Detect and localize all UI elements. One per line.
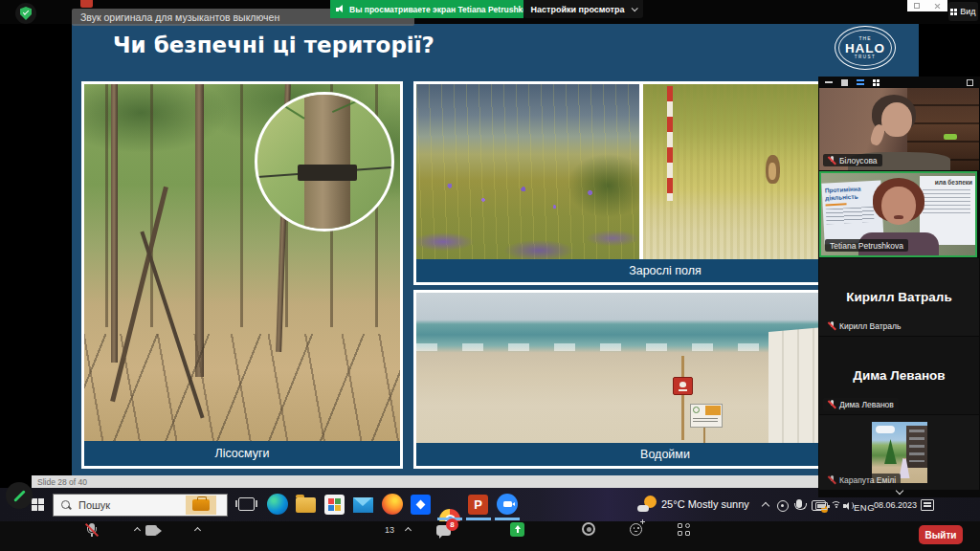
tray-app-icon[interactable] bbox=[777, 500, 789, 512]
taskbar-search-box[interactable]: Пошук bbox=[53, 494, 228, 517]
speaker-icon bbox=[336, 5, 345, 14]
name-label: Кирилл Ватраль bbox=[823, 320, 905, 332]
warning-sign-post bbox=[681, 356, 684, 440]
viewing-screen-banner: Вы просматриваете экран Tetiana Petrushk… bbox=[330, 0, 523, 18]
running-indicator bbox=[495, 518, 520, 520]
start-button[interactable] bbox=[32, 498, 45, 512]
name-label: Карапута Емілі bbox=[823, 474, 901, 486]
taskbar-app-edge[interactable] bbox=[267, 494, 288, 515]
taskbar-app-microsoft-store[interactable] bbox=[324, 495, 345, 515]
tripwire-closeup-circle bbox=[255, 92, 394, 231]
pencil-icon bbox=[13, 490, 26, 502]
participant-name: Карапута Емілі bbox=[839, 475, 896, 485]
volume-icon[interactable] bbox=[843, 501, 854, 510]
tray-microphone-icon[interactable] bbox=[796, 499, 802, 508]
screen-share-icon[interactable] bbox=[510, 522, 524, 537]
unmute-button[interactable] bbox=[85, 523, 99, 537]
taskbar-app-firefox[interactable] bbox=[382, 494, 403, 515]
flower-field-photo bbox=[416, 84, 639, 259]
video-tile-bilousova[interactable]: Білоусова bbox=[819, 88, 979, 170]
grid-view-icon[interactable] bbox=[873, 79, 876, 82]
video-tile-kirill[interactable]: Кирилл Ватраль Кирилл Ватраль bbox=[819, 258, 979, 336]
poster-accent-line bbox=[826, 204, 847, 207]
search-highlight-button[interactable] bbox=[186, 496, 216, 515]
participant-name: Tetiana Petrushkova bbox=[830, 241, 903, 251]
logo-text-the: THE bbox=[859, 36, 872, 41]
participant-mouth bbox=[894, 215, 903, 219]
forest-photo bbox=[84, 84, 400, 441]
viewing-banner-text: Вы просматриваете экран Tetiana Petrushk… bbox=[349, 5, 537, 14]
chat-badge: 8 bbox=[446, 518, 458, 531]
muted-mic-icon bbox=[828, 321, 836, 331]
battery-icon[interactable] bbox=[815, 502, 828, 510]
language-indicator[interactable]: ENG bbox=[854, 502, 875, 513]
maximize-icon[interactable] bbox=[914, 3, 920, 9]
chevron-down-icon bbox=[631, 5, 637, 11]
video-panel-header bbox=[818, 77, 980, 88]
leave-button[interactable]: Выйти bbox=[919, 525, 963, 544]
muted-mic-icon bbox=[828, 475, 836, 485]
tray-date: 08.06.2023 bbox=[874, 500, 916, 511]
tree-trunk bbox=[195, 84, 204, 377]
name-label: Tetiana Petrushkova bbox=[825, 239, 908, 252]
notification-center-icon[interactable] bbox=[921, 499, 934, 511]
taskbar-app-file-explorer[interactable] bbox=[296, 497, 316, 513]
running-indicator bbox=[466, 518, 491, 520]
fullscreen-icon[interactable] bbox=[841, 79, 848, 86]
shared-slide: Чи безпечні ці території? THE HALO TRUST bbox=[72, 24, 919, 475]
popout-icon[interactable] bbox=[967, 79, 973, 86]
task-view-button[interactable] bbox=[238, 497, 255, 511]
video-tile-tetiana[interactable]: Протимінна діяльність ила безпеки Tetian… bbox=[819, 171, 977, 257]
taskbar-app-mail[interactable] bbox=[353, 497, 373, 513]
security-button[interactable] bbox=[15, 3, 36, 24]
closeup-trunk bbox=[304, 95, 350, 229]
view-button-label: Вид bbox=[960, 7, 975, 16]
halo-trust-logo: THE HALO TRUST bbox=[835, 26, 896, 70]
taskbar-app-zoom[interactable] bbox=[497, 494, 518, 515]
logo-text-trust: TRUST bbox=[855, 55, 877, 60]
reactions-icon[interactable] bbox=[630, 523, 642, 536]
info-sign-orange-block bbox=[705, 406, 721, 415]
annotate-pencil-button[interactable] bbox=[6, 482, 33, 509]
taskbar-app-dropbox[interactable] bbox=[411, 495, 431, 515]
gallery-view-icon[interactable] bbox=[857, 79, 864, 82]
participant-name: Білоусова bbox=[839, 156, 878, 165]
video-tile-karaputa[interactable]: Карапута Емілі bbox=[819, 415, 979, 490]
poster-text-lines bbox=[826, 207, 875, 225]
view-options-label: Настройки просмотра bbox=[530, 5, 624, 14]
briefcase-icon bbox=[192, 499, 210, 511]
taskbar-app-powerpoint[interactable]: P bbox=[468, 495, 488, 515]
pine-needles bbox=[283, 104, 305, 119]
photo-card-forest: Лісосмуги bbox=[81, 81, 403, 469]
marmot bbox=[766, 155, 780, 184]
apps-icon[interactable] bbox=[678, 523, 690, 536]
view-button[interactable]: Вид bbox=[948, 2, 978, 21]
close-icon[interactable] bbox=[934, 3, 941, 10]
avatar-tree bbox=[883, 439, 899, 464]
stop-video-button[interactable] bbox=[145, 525, 162, 536]
muted-mic-icon bbox=[828, 400, 836, 409]
info-sign-logo bbox=[693, 407, 700, 413]
record-icon[interactable] bbox=[582, 522, 595, 536]
wifi-icon[interactable] bbox=[831, 501, 841, 510]
zoom-meeting-window: Чи безпечні ці території? THE HALO TRUST bbox=[0, 0, 980, 551]
weather-widget[interactable]: 25°C Mostly sunny bbox=[661, 498, 749, 510]
avatar-building bbox=[906, 426, 927, 468]
view-options-dropdown[interactable]: Настройки просмотра bbox=[523, 0, 643, 18]
grid-view-icon bbox=[950, 9, 953, 11]
window-controls[interactable] bbox=[907, 0, 947, 11]
slideshow-status-bar: Slide 28 of 40 bbox=[32, 475, 919, 489]
muted-mic-icon bbox=[828, 156, 836, 165]
minimize-icon[interactable] bbox=[825, 81, 833, 83]
participants-count: 13 bbox=[385, 525, 394, 535]
poster-text: діяльність bbox=[825, 192, 879, 203]
tripwire-device bbox=[298, 165, 357, 181]
shield-check-icon bbox=[20, 7, 32, 20]
windows-logo-icon bbox=[32, 498, 37, 504]
powerpoint-icon bbox=[80, 0, 93, 8]
weather-icon[interactable] bbox=[637, 496, 657, 513]
video-tile-dima[interactable]: Дима Леванов Дима Леванов bbox=[819, 337, 979, 414]
avatar-cloud bbox=[876, 426, 895, 433]
logo-text-halo: HALO bbox=[845, 42, 885, 55]
poster-text: ила безпеки bbox=[923, 179, 972, 186]
